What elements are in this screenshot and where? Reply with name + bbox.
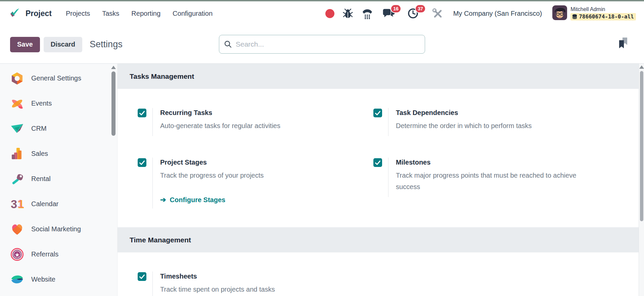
tasks-management-options: Recurring Tasks Auto-generate tasks for … bbox=[118, 89, 639, 227]
menu-reporting[interactable]: Reporting bbox=[131, 10, 160, 17]
avatar bbox=[552, 5, 567, 21]
option-label[interactable]: Project Stages bbox=[160, 158, 264, 167]
sidebar-item-crm[interactable]: CRM bbox=[0, 116, 117, 141]
app-name[interactable]: Project bbox=[26, 9, 52, 18]
referrals-icon: ★ bbox=[10, 248, 24, 261]
sidebar-item-referrals[interactable]: ★ Referrals bbox=[0, 242, 117, 267]
sidebar-item-website[interactable]: Website bbox=[0, 267, 117, 292]
page-scroll-up-arrow[interactable] bbox=[639, 65, 644, 69]
activities-count-badge: 37 bbox=[415, 4, 426, 13]
option-timesheets: Timesheets Track time spent on projects … bbox=[138, 272, 373, 296]
option-body: Recurring Tasks Auto-generate tasks for … bbox=[152, 108, 280, 136]
svg-text:1: 1 bbox=[17, 198, 23, 210]
menu-projects[interactable]: Projects bbox=[66, 10, 90, 17]
top-navbar: Project Projects Tasks Reporting Configu… bbox=[0, 1, 644, 25]
messages-icon[interactable]: 16 bbox=[382, 8, 395, 19]
option-description: Track major progress points that must be… bbox=[396, 170, 594, 192]
option-body: Project Stages Track the progress of you… bbox=[152, 158, 264, 209]
app-switcher[interactable]: Project bbox=[9, 7, 52, 20]
time-management-options: Timesheets Track time spent on projects … bbox=[118, 252, 639, 296]
database-name: 78660674-18-0-all bbox=[579, 13, 634, 20]
control-bar: Save Discard Settings bbox=[0, 25, 644, 64]
general-settings-icon bbox=[10, 72, 24, 85]
task-dependencies-checkbox[interactable] bbox=[373, 109, 382, 117]
sidebar-item-label: Referrals bbox=[31, 250, 58, 258]
user-menu[interactable]: Mitchell Admin 78660674-18-0-all bbox=[552, 5, 636, 21]
recurring-tasks-checkbox[interactable] bbox=[138, 109, 146, 117]
arrow-right-icon: ➔ bbox=[160, 196, 166, 204]
calendar-icon: 3 1 1 bbox=[10, 197, 24, 211]
user-name: Mitchell Admin bbox=[570, 6, 605, 12]
search-box[interactable] bbox=[219, 35, 425, 54]
sidebar-item-general-settings[interactable]: General Settings bbox=[0, 66, 117, 91]
record-indicator-icon[interactable] bbox=[325, 9, 334, 18]
sidebar-item-rental[interactable]: Rental bbox=[0, 166, 117, 191]
odoo-project-settings-page: Project Projects Tasks Reporting Configu… bbox=[0, 0, 644, 296]
option-description: Track the progress of your projects bbox=[160, 170, 264, 181]
sidebar-scroll-thumb[interactable] bbox=[111, 71, 116, 136]
website-icon bbox=[10, 273, 24, 286]
configure-stages-link[interactable]: ➔ Configure Stages bbox=[160, 196, 264, 204]
option-description: Auto-generate tasks for regular activiti… bbox=[160, 120, 280, 131]
option-label[interactable]: Timesheets bbox=[160, 272, 275, 281]
option-description: Determine the order in which to perform … bbox=[396, 120, 532, 131]
rental-icon bbox=[10, 172, 24, 186]
menu-configuration[interactable]: Configuration bbox=[173, 10, 213, 17]
option-milestones: Milestones Track major progress points t… bbox=[373, 158, 629, 209]
option-body: Task Dependencies Determine the order in… bbox=[388, 108, 532, 136]
bookmark-icon[interactable] bbox=[618, 37, 629, 50]
configure-stages-label: Configure Stages bbox=[170, 196, 226, 204]
sidebar-item-label: Rental bbox=[31, 175, 51, 183]
project-stages-checkbox[interactable] bbox=[138, 158, 146, 167]
settings-content: Tasks Management Recurring Tasks Auto-ge… bbox=[118, 64, 639, 296]
section-title: Tasks Management bbox=[130, 72, 194, 80]
page-title: Settings bbox=[90, 39, 123, 50]
database-badge: 78660674-18-0-all bbox=[570, 13, 636, 20]
page-scroll-thumb[interactable] bbox=[640, 71, 643, 221]
svg-text:3: 3 bbox=[11, 198, 17, 211]
sales-icon bbox=[10, 147, 24, 161]
tools-icon[interactable] bbox=[432, 8, 443, 19]
option-label[interactable]: Task Dependencies bbox=[396, 108, 532, 117]
app-menus: Projects Tasks Reporting Configuration bbox=[66, 10, 213, 17]
section-title: Time Management bbox=[130, 236, 191, 244]
crm-icon bbox=[10, 122, 24, 135]
sidebar-item-label: Website bbox=[31, 276, 55, 283]
sidebar-item-calendar[interactable]: 3 1 1 Calendar bbox=[0, 191, 117, 217]
timesheets-checkbox[interactable] bbox=[138, 272, 146, 281]
sidebar-item-social-marketing[interactable]: Social Marketing bbox=[0, 217, 117, 242]
sidebar-item-label: Sales bbox=[31, 150, 48, 158]
option-label[interactable]: Milestones bbox=[396, 158, 594, 167]
option-task-dependencies: Task Dependencies Determine the order in… bbox=[373, 108, 629, 136]
milestones-checkbox[interactable] bbox=[373, 158, 382, 167]
company-selector[interactable]: My Company (San Francisco) bbox=[453, 10, 542, 17]
sidebar-item-sales[interactable]: Sales bbox=[0, 141, 117, 166]
save-button[interactable]: Save bbox=[10, 37, 40, 52]
option-label[interactable]: Recurring Tasks bbox=[160, 108, 280, 117]
database-icon bbox=[572, 14, 577, 19]
sidebar-scroll-up-arrow[interactable] bbox=[111, 66, 116, 69]
debug-bug-icon[interactable] bbox=[343, 8, 353, 19]
sidebar-item-events[interactable]: Events bbox=[0, 91, 117, 116]
settings-sidebar: General Settings Events bbox=[0, 64, 118, 296]
section-time-management: Time Management bbox=[118, 227, 639, 252]
activities-clock-icon[interactable]: 37 bbox=[408, 8, 419, 19]
menu-tasks[interactable]: Tasks bbox=[102, 10, 119, 17]
search-input[interactable] bbox=[236, 40, 420, 48]
social-marketing-icon bbox=[10, 223, 24, 236]
page-scrollbar[interactable] bbox=[639, 64, 644, 296]
option-description: Track time spent on projects and tasks bbox=[160, 284, 275, 295]
option-project-stages: Project Stages Track the progress of you… bbox=[138, 158, 373, 209]
sidebar-item-label: General Settings bbox=[31, 74, 81, 82]
sidebar-item-label: Events bbox=[31, 100, 52, 107]
option-body: Timesheets Track time spent on projects … bbox=[152, 272, 275, 296]
sidebar-item-label: Calendar bbox=[31, 200, 58, 208]
user-texts: Mitchell Admin 78660674-18-0-all bbox=[570, 6, 636, 20]
sidebar-scrollbar[interactable] bbox=[111, 64, 116, 296]
svg-text:★: ★ bbox=[14, 251, 19, 258]
section-tasks-management: Tasks Management bbox=[118, 64, 639, 89]
voip-phone-icon[interactable] bbox=[361, 8, 373, 19]
sidebar-item-label: Social Marketing bbox=[31, 225, 81, 233]
discard-button[interactable]: Discard bbox=[44, 37, 82, 52]
systray: 16 37 My bbox=[325, 5, 636, 21]
